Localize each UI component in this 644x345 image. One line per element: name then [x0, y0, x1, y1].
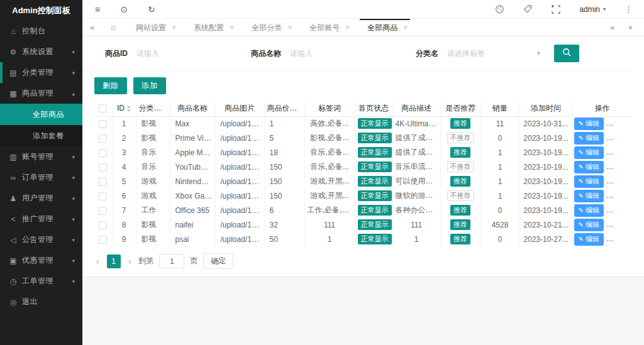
goods-id-label: 商品ID	[105, 48, 128, 59]
home-tab-icon[interactable]: ⌂	[102, 23, 125, 32]
cell-actions: ✎编辑删除	[572, 217, 632, 232]
cell-added-time: 2023-10-19...	[519, 131, 572, 145]
sidebar-item-logout[interactable]: ◎退出	[0, 292, 82, 312]
status-badge: 正常显示	[358, 176, 392, 187]
tab-system-config[interactable]: 系统配置×	[182, 19, 240, 36]
sidebar-item-label: 用户管理	[22, 193, 72, 204]
row-checkbox[interactable]	[99, 120, 107, 128]
tab-all-goods[interactable]: 全部商品×	[356, 19, 414, 36]
edit-button[interactable]: ✎编辑	[574, 118, 604, 130]
edit-button[interactable]: ✎编辑	[574, 146, 604, 159]
recommend-badge: 推荐	[450, 118, 470, 129]
close-tab-icon[interactable]: ×	[287, 19, 292, 36]
cell-sales: 0	[480, 203, 519, 217]
cell-id: 4	[112, 160, 136, 174]
table-body: 1影视Max/upload/169...1高效,必备...正常显示4K-Ulti…	[94, 116, 632, 246]
cell-home-status: 正常显示	[355, 116, 392, 131]
delete-button-label: 删除	[618, 148, 632, 157]
sidebar-item-label: 公告管理	[22, 234, 72, 245]
cell-category: 影视	[136, 116, 170, 131]
edit-button[interactable]: ✎编辑	[574, 161, 604, 173]
add-goods-button[interactable]: 添加	[133, 77, 166, 94]
close-tab-icon[interactable]: ×	[172, 19, 176, 36]
row-checkbox[interactable]	[99, 192, 107, 200]
sidebar-item-orders[interactable]: ∞订单管理▾	[0, 167, 82, 188]
sidebar-item-category[interactable]: ▤分类管理▾	[0, 62, 82, 83]
close-tab-icon[interactable]: ×	[345, 19, 350, 36]
menu-toggle-icon[interactable]: ≡	[95, 5, 100, 14]
search-button[interactable]	[554, 45, 579, 62]
current-page-button[interactable]: 1	[107, 255, 121, 268]
cell-actions: ✎编辑删除	[572, 232, 632, 246]
cell-recommend: 不推荐	[440, 131, 480, 145]
select-all-checkbox[interactable]	[99, 104, 107, 112]
more-options-icon[interactable]: ⋮	[625, 4, 633, 14]
tabs-scroll-right-icon[interactable]: »	[610, 23, 614, 32]
category-select[interactable]: 请选择标签 ▼	[447, 48, 541, 59]
close-tab-icon[interactable]: ×	[230, 19, 234, 36]
delete-button-label: 删除	[618, 220, 632, 229]
row-checkbox[interactable]	[99, 178, 107, 186]
sidebar-item-promotion[interactable]: <推广管理▾	[0, 209, 82, 229]
row-checkbox[interactable]	[99, 149, 107, 157]
sidebar-subitem-all-goods[interactable]: 全部商品	[0, 104, 82, 125]
sort-asc-icon	[127, 106, 131, 108]
sidebar-item-dashboard[interactable]: ⌂控制台	[0, 21, 82, 41]
row-checkbox[interactable]	[99, 134, 107, 143]
prev-page-button[interactable]: ‹	[94, 256, 101, 266]
cell-description: 可以使用任...	[392, 174, 440, 189]
tab-all-categories[interactable]: 全部分类×	[240, 19, 298, 36]
goto-page-input[interactable]	[159, 254, 184, 268]
pencil-icon: ✎	[579, 193, 584, 199]
row-checkbox[interactable]	[99, 221, 107, 229]
close-tab-icon[interactable]: ×	[403, 19, 408, 36]
delete-button-label: 删除	[618, 205, 632, 215]
edit-button[interactable]: ✎编辑	[574, 190, 604, 202]
confirm-page-button[interactable]: 确定	[203, 253, 233, 269]
edit-button[interactable]: ✎编辑	[574, 132, 604, 145]
sidebar-item-goods[interactable]: ▦商品管理▴	[0, 83, 82, 104]
refresh-icon[interactable]: ↻	[148, 5, 155, 14]
recommend-badge: 推荐	[450, 219, 470, 230]
tag-icon[interactable]	[523, 4, 533, 14]
sidebar-item-system[interactable]: ⚙系统设置▾	[0, 41, 82, 62]
delete-button-label: 删除	[618, 133, 632, 143]
goods-table: ID分类名称商品名称商品图片商品价格标签词首页状态商品描述是否推荐销量添加时间操…	[94, 101, 632, 246]
next-page-button[interactable]: ›	[126, 256, 133, 266]
sidebar-item-tickets[interactable]: ◷工单管理▾	[0, 271, 82, 292]
recommend-badge: 不推荐	[447, 162, 474, 172]
cell-id: 3	[112, 145, 136, 160]
status-badge: 正常显示	[358, 190, 392, 201]
edit-button[interactable]: ✎编辑	[574, 175, 604, 188]
sidebar-subitem-add-package[interactable]: 添加套餐	[0, 125, 82, 146]
sidebar-item-users[interactable]: ♟用户管理▾	[0, 188, 82, 209]
tabs-dropdown-icon[interactable]: ∨	[628, 24, 633, 31]
row-checkbox[interactable]	[99, 236, 107, 244]
sort-icon[interactable]	[127, 106, 131, 112]
edit-button-label: 编辑	[586, 234, 599, 244]
status-badge: 正常显示	[358, 234, 392, 244]
row-checkbox[interactable]	[99, 163, 107, 172]
sidebar-item-accounts[interactable]: ▥账号管理▾	[0, 146, 82, 167]
goods-name-input[interactable]	[290, 49, 383, 58]
sidebar-item-coupon[interactable]: ▣优惠管理▾	[0, 250, 82, 271]
tab-site-settings[interactable]: 网站设置×	[125, 19, 182, 36]
tabs-scroll-left-icon[interactable]: «	[82, 23, 102, 32]
fullscreen-icon[interactable]	[552, 5, 560, 14]
delete-selected-button[interactable]: 删除	[94, 77, 127, 94]
user-menu[interactable]: admin ▾	[579, 5, 606, 14]
sort-desc-icon	[127, 109, 131, 112]
edit-button[interactable]: ✎编辑	[574, 219, 604, 231]
tab-all-accounts[interactable]: 全部账号×	[298, 19, 356, 36]
edit-button[interactable]: ✎编辑	[574, 204, 604, 217]
goods-id-input[interactable]	[136, 49, 230, 58]
sort-icon[interactable]	[300, 106, 304, 112]
row-checkbox[interactable]	[99, 207, 107, 215]
sidebar-item-announcement[interactable]: ◁公告管理▾	[0, 229, 82, 250]
tab-bar: « ⌂ 网站设置×系统配置×全部分类×全部账号×全部商品× » ∨	[82, 19, 644, 36]
globe-icon[interactable]: ⊙	[120, 5, 128, 14]
theme-palette-icon[interactable]	[495, 4, 504, 14]
home-icon: ⌂	[9, 27, 18, 36]
cell-actions: ✎编辑删除	[572, 189, 632, 203]
edit-button[interactable]: ✎编辑	[574, 233, 604, 246]
